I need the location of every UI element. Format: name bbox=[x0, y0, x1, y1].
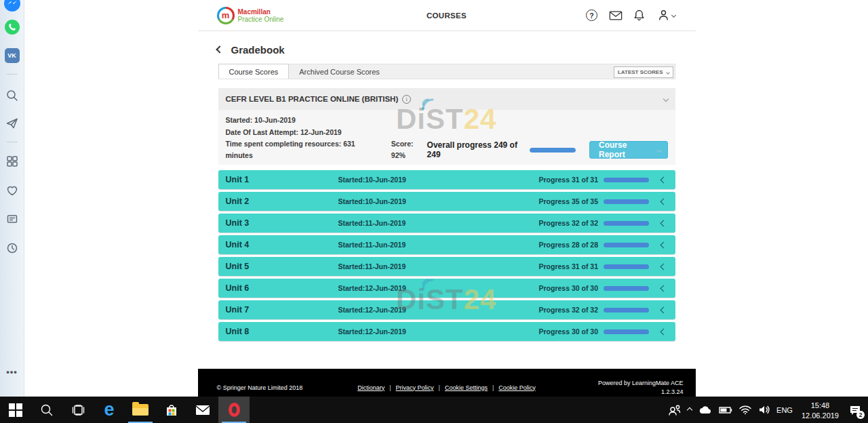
unit-progress-bar bbox=[604, 329, 649, 334]
page: Macmillan Practice Online COURSES bbox=[198, 0, 696, 397]
mail-app-icon[interactable] bbox=[187, 397, 218, 423]
language-indicator[interactable]: ENG bbox=[776, 406, 793, 414]
wifi-icon[interactable] bbox=[738, 405, 752, 415]
unit-expand-chevron-icon[interactable] bbox=[660, 176, 667, 183]
course-collapse-icon[interactable] bbox=[663, 96, 668, 102]
unit-row[interactable]: Unit 5 Started:11-Jun-2019 Progress 31 o… bbox=[218, 257, 675, 276]
sidebar-more-icon[interactable]: ••• bbox=[6, 367, 18, 377]
course-started: Started: 10-Jun-2019 bbox=[226, 115, 668, 127]
unit-progress-fill bbox=[604, 308, 649, 313]
unit-row[interactable]: Unit 8 Started:12-Jun-2019 Progress 30 o… bbox=[218, 322, 675, 341]
onedrive-cloud-icon[interactable] bbox=[698, 405, 713, 415]
help-icon[interactable] bbox=[585, 9, 599, 22]
tabs-row: Course Scores Archived Course Scores LAT… bbox=[218, 64, 675, 79]
footer-link-cookie-policy[interactable]: Cookie Policy bbox=[498, 384, 536, 391]
unit-name: Unit 6 bbox=[226, 283, 338, 293]
task-view-icon[interactable] bbox=[62, 397, 94, 423]
microsoft-store-icon[interactable] bbox=[156, 397, 187, 423]
unit-row[interactable]: Unit 6 Started:12-Jun-2019 Progress 30 o… bbox=[218, 279, 675, 298]
course-report-button[interactable]: Course Report bbox=[589, 141, 667, 159]
opera-icon[interactable] bbox=[218, 397, 250, 423]
history-clock-icon[interactable] bbox=[5, 241, 19, 255]
taskbar: ENG 15:48 12.06.2019 2 bbox=[0, 397, 868, 423]
whatsapp-icon[interactable] bbox=[5, 20, 20, 35]
overall-progress-fill bbox=[530, 148, 576, 153]
scores-filter-value: LATEST SCORES bbox=[618, 69, 663, 75]
messenger-icon[interactable] bbox=[4, 0, 20, 12]
search-icon[interactable] bbox=[5, 89, 19, 102]
unit-started-date: Started:10-Jun-2019 bbox=[338, 176, 539, 184]
screen: VK ••• Macmil bbox=[0, 0, 868, 423]
sidebar-divider bbox=[7, 74, 18, 75]
my-flow-icon[interactable] bbox=[5, 117, 19, 130]
unit-expand-chevron-icon[interactable] bbox=[660, 285, 667, 291]
unit-progress-fill bbox=[604, 243, 649, 247]
hidden-icons-chevron[interactable] bbox=[688, 408, 692, 412]
unit-progress-label: Progress 30 of 30 bbox=[539, 327, 599, 336]
footer-powered-by: Powered by LearningMate ACE bbox=[598, 380, 684, 386]
unit-started-date: Started:11-Jun-2019 bbox=[338, 219, 539, 227]
unit-expand-chevron-icon[interactable] bbox=[660, 306, 667, 313]
unit-name: Unit 1 bbox=[226, 175, 338, 184]
people-icon[interactable] bbox=[668, 404, 682, 416]
unit-row[interactable]: Unit 2 Started:10-Jun-2019 Progress 35 o… bbox=[218, 192, 675, 211]
unit-expand-chevron-icon[interactable] bbox=[660, 263, 667, 270]
unit-progress-fill bbox=[604, 178, 649, 182]
footer-links: Dictionary Privacy Policy Cookie Setting… bbox=[357, 384, 536, 391]
footer-copyright: © Springer Nature Limited 2018 bbox=[217, 384, 303, 391]
scores-filter-select[interactable]: LATEST SCORES bbox=[614, 66, 673, 78]
unit-progress-bar bbox=[604, 199, 649, 204]
footer-version: 1.2.3.24 bbox=[661, 388, 684, 395]
footer-separator bbox=[439, 384, 440, 391]
start-button[interactable] bbox=[0, 397, 31, 423]
overall-progress-bar bbox=[530, 148, 576, 153]
unit-row[interactable]: Unit 1 Started:10-Jun-2019 Progress 31 o… bbox=[218, 170, 675, 189]
unit-started-date: Started:12-Jun-2019 bbox=[338, 284, 539, 292]
footer-link-cookie-settings[interactable]: Cookie Settings bbox=[445, 384, 488, 391]
file-explorer-icon[interactable] bbox=[125, 397, 156, 423]
taskbar-search-icon[interactable] bbox=[31, 397, 62, 423]
unit-progress-fill bbox=[604, 286, 649, 291]
battery-icon[interactable] bbox=[719, 406, 732, 414]
news-icon[interactable] bbox=[5, 212, 19, 226]
macmillan-logo-icon bbox=[217, 7, 235, 24]
taskbar-date: 12.06.2019 bbox=[802, 411, 839, 420]
tab-archived-course-scores[interactable]: Archived Course Scores bbox=[289, 64, 390, 79]
course-name: CEFR LEVEL B1 PRACTICE ONLINE (BRITISH) bbox=[226, 95, 399, 103]
unit-expand-chevron-icon[interactable] bbox=[660, 198, 667, 205]
footer-link-privacy-policy[interactable]: Privacy Policy bbox=[396, 384, 434, 391]
taskbar-clock[interactable]: 15:48 12.06.2019 bbox=[802, 400, 839, 420]
profile-icon[interactable] bbox=[656, 9, 677, 22]
bell-icon[interactable] bbox=[633, 9, 646, 22]
volume-icon[interactable] bbox=[758, 405, 770, 415]
profile-caret-icon bbox=[671, 13, 676, 18]
unit-expand-chevron-icon[interactable] bbox=[660, 241, 667, 248]
course-header[interactable]: CEFR LEVEL B1 PRACTICE ONLINE (BRITISH) bbox=[218, 88, 675, 110]
speed-dial-icon[interactable] bbox=[5, 155, 19, 168]
unit-row[interactable]: Unit 4 Started:11-Jun-2019 Progress 28 o… bbox=[218, 235, 675, 254]
action-center-icon[interactable]: 2 bbox=[848, 403, 863, 418]
course-last-attempt: Date Of Last Attempt: 12-Jun-2019 bbox=[226, 127, 668, 139]
unit-row[interactable]: Unit 7 Started:12-Jun-2019 Progress 32 o… bbox=[218, 300, 675, 319]
unit-row[interactable]: Unit 3 Started:11-Jun-2019 Progress 32 o… bbox=[218, 214, 675, 233]
unit-progress-bar bbox=[604, 243, 649, 247]
unit-progress-bar bbox=[604, 286, 649, 291]
footer-link-dictionary[interactable]: Dictionary bbox=[357, 384, 384, 391]
vk-icon[interactable]: VK bbox=[5, 48, 20, 63]
unit-expand-chevron-icon[interactable] bbox=[660, 328, 667, 335]
unit-started-date: Started:10-Jun-2019 bbox=[338, 197, 539, 205]
unit-expand-chevron-icon[interactable] bbox=[660, 220, 667, 226]
overall-progress-label: Overall progress 249 of 249 bbox=[427, 140, 525, 159]
info-icon[interactable] bbox=[402, 95, 411, 104]
course-score: Score: 92% bbox=[391, 138, 427, 162]
back-icon[interactable] bbox=[216, 45, 223, 53]
system-tray: ENG 15:48 12.06.2019 2 bbox=[668, 397, 868, 423]
bookmarks-heart-icon[interactable] bbox=[5, 184, 19, 197]
unit-name: Unit 2 bbox=[226, 197, 338, 206]
mail-icon[interactable] bbox=[609, 9, 623, 22]
unit-name: Unit 4 bbox=[226, 240, 338, 249]
unit-progress-bar bbox=[604, 264, 649, 269]
unit-progress-fill bbox=[604, 329, 649, 334]
edge-icon[interactable] bbox=[94, 397, 125, 423]
tab-course-scores[interactable]: Course Scores bbox=[218, 64, 290, 79]
